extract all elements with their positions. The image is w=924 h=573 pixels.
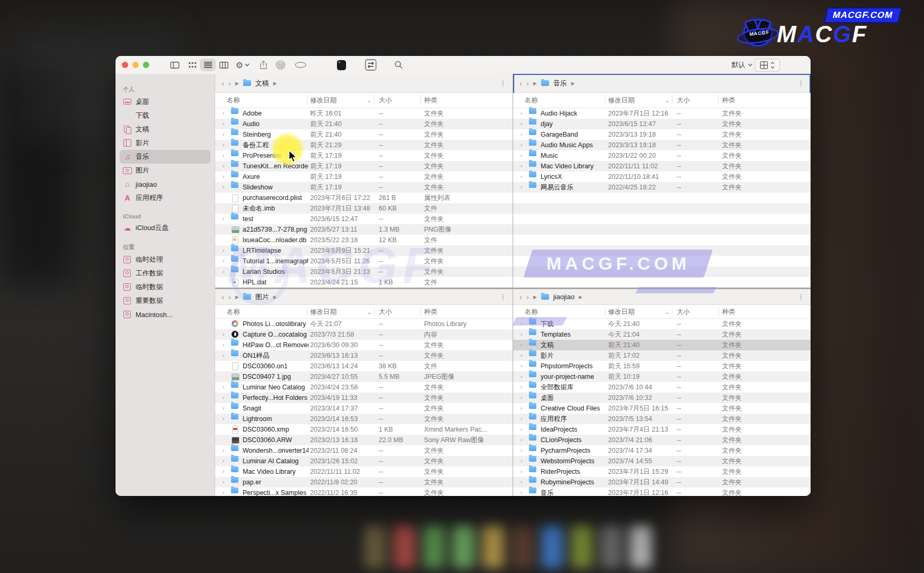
forward-icon[interactable]: › (526, 79, 529, 88)
expand-chevron-icon[interactable]: › (521, 456, 522, 466)
column-header-name[interactable]: 名称 (227, 307, 240, 316)
expand-chevron-icon[interactable]: › (223, 266, 224, 277)
search-icon[interactable] (392, 59, 406, 71)
back-icon[interactable]: ‹ (519, 292, 522, 301)
forward-icon[interactable]: › (526, 292, 529, 301)
sidebar-item-disk[interactable]: 临时数据 (120, 280, 210, 294)
column-header-size[interactable]: 大小 (379, 307, 392, 316)
file-row[interactable]: ›Axure前天 17:19--文件夹 (215, 171, 513, 182)
file-row[interactable]: lxueaCoc...nloader.db2023/5/22 23:1812 K… (215, 235, 513, 245)
expand-chevron-icon[interactable]: › (521, 150, 522, 161)
file-row[interactable]: ›桌面2023/7/6 10:32--文件夹 (513, 393, 811, 403)
sidebar-item-disk[interactable]: 临时处理 (120, 253, 210, 266)
expand-chevron-icon[interactable]: › (521, 319, 522, 329)
back-icon[interactable]: ‹ (222, 79, 224, 88)
expand-chevron-icon[interactable]: › (521, 424, 522, 435)
expand-chevron-icon[interactable]: › (521, 329, 522, 340)
file-row[interactable]: ›Tutorial 1...inemagraph2023年5月5日 11:26-… (215, 256, 513, 266)
airdrop-icon[interactable] (274, 59, 287, 71)
column-header-kind[interactable]: 种类 (722, 96, 735, 105)
file-row[interactable]: ›Wondersh...onverter142023/2/11 08:24--文… (215, 445, 513, 456)
file-row[interactable]: ›Luminar Neo Catalog2023/4/24 23:58--文件夹 (215, 382, 513, 393)
file-row[interactable]: a21d5739...7-278.png2023/5/27 13:111.3 M… (215, 224, 513, 235)
file-row[interactable]: ›Creative Cloud Files2023年7月5日 16:15--文件… (513, 403, 811, 414)
expand-chevron-icon[interactable]: › (521, 488, 522, 496)
app-shortcut-icon[interactable] (336, 59, 346, 71)
expand-chevron-icon[interactable]: › (521, 393, 522, 403)
expand-chevron-icon[interactable]: › (223, 140, 224, 150)
column-header-name[interactable]: 名称 (227, 96, 240, 105)
file-row[interactable]: ›your-project-name前天 10:19--文件夹 (513, 371, 811, 382)
file-row[interactable]: ›ON1样品2023/6/13 16:13--文件夹 (215, 350, 513, 361)
sidebar-item-disk[interactable]: 工作数据 (120, 266, 210, 280)
expand-chevron-icon[interactable]: › (223, 256, 224, 266)
file-row[interactable]: DSC03060.xmp2023/2/14 16:501 KBXmind Mar… (215, 424, 513, 435)
file-row[interactable]: ›djay2023/6/15 12:47--文件夹 (513, 119, 811, 129)
file-row[interactable]: ›LRTimelapse2023年5月9日 15:21--文件夹 (215, 245, 513, 256)
expand-chevron-icon[interactable]: › (521, 414, 522, 424)
file-row[interactable]: ›全部数据库2023/7/6 10:44--文件夹 (513, 382, 811, 393)
expand-chevron-icon[interactable]: › (521, 129, 522, 140)
icon-view-icon[interactable] (186, 59, 199, 71)
view-preset-dropdown[interactable]: 默认 (732, 60, 753, 70)
file-row[interactable]: ›HitPaw O...ct Remover2023/6/30 09:30--文… (215, 340, 513, 350)
file-row[interactable]: ›音乐2023年7月1日 12:16--文件夹 (513, 488, 811, 496)
pane-more-button[interactable]: ⋮ (499, 79, 506, 87)
sidebar-item-disk[interactable]: Macintosh... (120, 308, 210, 321)
pane-more-button[interactable]: ⋮ (797, 79, 804, 87)
column-header-kind[interactable]: 种类 (424, 96, 437, 105)
expand-chevron-icon[interactable]: › (223, 350, 224, 361)
window-layout-button[interactable] (755, 59, 780, 72)
expand-chevron-icon[interactable]: › (521, 182, 522, 193)
file-row[interactable]: ›文稿前天 21:40--文件夹 (513, 340, 811, 350)
file-row[interactable]: Photos Li...otoslibrary今天 21:07--Photos … (215, 319, 513, 329)
sidebar-item-docs[interactable]: 文稿 (120, 122, 210, 136)
expand-chevron-icon[interactable]: › (521, 140, 522, 150)
tag-icon[interactable] (293, 59, 309, 71)
file-row[interactable]: ›WebstormProjects2023/7/4 14:55--文件夹 (513, 456, 811, 466)
swap-icon[interactable] (363, 59, 378, 71)
sidebar-item-cloud[interactable]: ☁iCloud云盘 (120, 221, 210, 235)
column-header-date[interactable]: 修改日期 (310, 307, 336, 316)
pane-path-label[interactable]: 音乐 (553, 79, 567, 88)
file-row[interactable]: ›Audio前天 21:40--文件夹 (215, 119, 513, 129)
file-row[interactable]: ›Mac Video Library2022/11/11 11:02--文件夹 (513, 161, 811, 171)
column-header-size[interactable]: 大小 (677, 307, 690, 316)
expand-chevron-icon[interactable]: › (521, 382, 522, 393)
expand-chevron-icon[interactable]: › (223, 171, 224, 182)
file-row[interactable]: DSC09407 1.jpg2023/4/27 10:555.5 MBJPEG图… (215, 371, 513, 382)
expand-chevron-icon[interactable]: › (223, 329, 224, 340)
expand-chevron-icon[interactable]: › (223, 108, 224, 119)
expand-chevron-icon[interactable]: › (521, 435, 522, 445)
file-row[interactable]: ›下载今天 21:40--文件夹 (513, 319, 811, 329)
expand-chevron-icon[interactable]: › (521, 161, 522, 171)
file-row[interactable]: ›RiderProjects2023年7月1日 15:29--文件夹 (513, 466, 811, 477)
file-row[interactable]: ›备份工程前天 21:29--文件夹 (215, 140, 513, 150)
file-row[interactable]: ›GarageBand2023/3/13 19:18--文件夹 (513, 129, 811, 140)
sidebar-item-disk[interactable]: 重要数据 (120, 294, 210, 308)
expand-chevron-icon[interactable]: › (521, 371, 522, 382)
file-row[interactable]: ›Luminar AI Catalog2023/1/26 15:02--文件夹 (215, 456, 513, 466)
sidebar-item-film[interactable]: 影片 (120, 136, 210, 150)
expand-chevron-icon[interactable]: › (223, 119, 224, 129)
share-icon[interactable] (257, 59, 270, 71)
file-row[interactable]: ›ProPresenter前天 17:19--文件夹 (215, 150, 513, 161)
file-row[interactable]: ›Perspecti...x Samples2022/11/2 16:35--文… (215, 488, 513, 496)
forward-icon[interactable]: › (228, 292, 231, 301)
expand-chevron-icon[interactable]: › (223, 477, 224, 488)
file-row[interactable]: ›PycharmProjects2023/7/4 17:34--文件夹 (513, 445, 811, 456)
expand-chevron-icon[interactable]: › (521, 466, 522, 477)
expand-chevron-icon[interactable]: › (223, 245, 224, 256)
expand-chevron-icon[interactable]: › (223, 161, 224, 171)
expand-chevron-icon[interactable]: › (223, 414, 224, 424)
file-row[interactable]: ›pap.er2022/11/8 02:20--文件夹 (215, 477, 513, 488)
expand-chevron-icon[interactable]: › (521, 171, 522, 182)
file-row[interactable]: ›Music2023/1/22 00:20--文件夹 (513, 150, 811, 161)
expand-chevron-icon[interactable]: › (521, 361, 522, 371)
pane-more-button[interactable]: ⋮ (797, 293, 804, 301)
sidebar-toggle-icon[interactable] (168, 59, 181, 71)
column-header-size[interactable]: 大小 (379, 96, 392, 105)
file-row[interactable]: ›LyricsX2022/11/10 18:41--文件夹 (513, 171, 811, 182)
file-row[interactable]: 未命名.imb2023年7月1日 13:4860 KB文件 (215, 203, 513, 214)
file-row[interactable]: ›Steinberg前天 21:40--文件夹 (215, 129, 513, 140)
